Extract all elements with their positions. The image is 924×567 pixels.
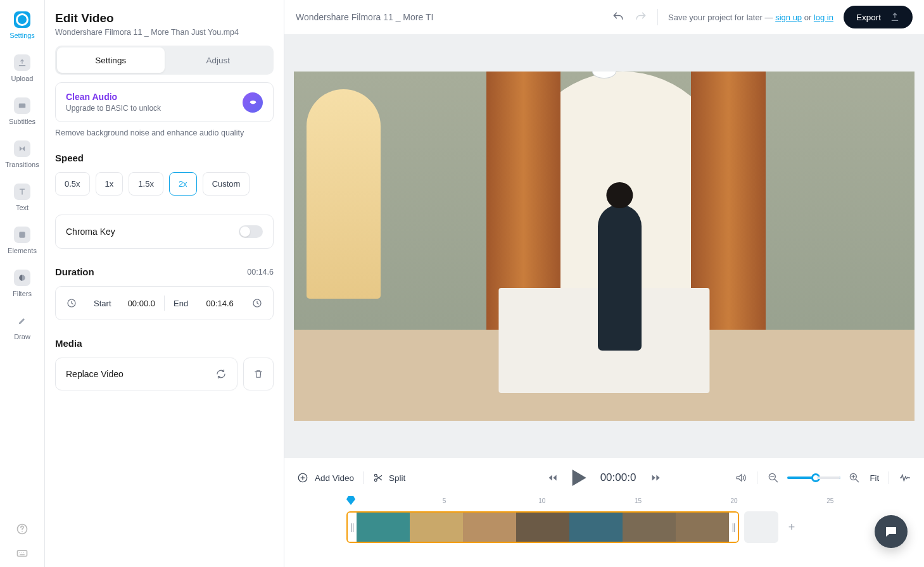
- sidebar-label: Elements: [8, 247, 37, 254]
- duration-end[interactable]: End 00:14.6: [174, 297, 263, 309]
- sidebar-item-transitions[interactable]: Transitions: [0, 135, 44, 173]
- volume-icon[interactable]: [735, 471, 747, 484]
- speed-custom[interactable]: Custom: [203, 172, 250, 196]
- add-video-button[interactable]: Add Video: [297, 472, 354, 483]
- clock-icon: [251, 297, 263, 309]
- svg-rect-4: [18, 551, 27, 556]
- speed-0.5x[interactable]: 0.5x: [55, 172, 90, 196]
- timeline-ruler[interactable]: 5 10 15 20 25: [346, 497, 911, 511]
- sidebar-item-settings[interactable]: Settings: [0, 6, 44, 44]
- speed-heading: Speed: [55, 153, 274, 163]
- undo-icon[interactable]: [612, 11, 624, 23]
- sidebar-item-subtitles[interactable]: Subtitles: [0, 92, 44, 130]
- subtitles-icon: [14, 97, 30, 114]
- delete-media-button[interactable]: [243, 358, 274, 390]
- split-button[interactable]: Split: [372, 472, 405, 483]
- video-clip[interactable]: ‖ ‖: [346, 511, 739, 543]
- waveform-icon[interactable]: [899, 471, 911, 484]
- elements-icon: [14, 227, 30, 243]
- export-label: Export: [856, 13, 881, 22]
- breadcrumb: Wondershare Filmora 11 _ More TI: [296, 12, 433, 22]
- add-video-label: Add Video: [315, 473, 354, 483]
- svg-rect-1: [19, 232, 25, 237]
- tick: 10: [538, 497, 545, 504]
- preview-stage: [284, 34, 924, 458]
- video-clip-2[interactable]: [744, 511, 778, 543]
- speed-1x[interactable]: 1x: [96, 172, 123, 196]
- svg-point-8: [374, 474, 377, 477]
- sidebar-item-draw[interactable]: Draw: [0, 308, 44, 346]
- clean-audio-desc: Remove background noise and enhance audi…: [55, 128, 274, 137]
- timecode: 00:00:0: [600, 471, 636, 484]
- main-area: Wondershare Filmora 11 _ More TI Save yo…: [284, 0, 924, 567]
- save-prompt: Save your project for later — sign up or…: [668, 13, 833, 22]
- tick: 15: [635, 497, 642, 504]
- add-clip-button[interactable]: +: [783, 519, 800, 535]
- media-heading: Media: [55, 338, 274, 349]
- settings-icon: [14, 11, 30, 28]
- panel-title: Edit Video: [55, 11, 274, 25]
- clip-handle-right[interactable]: ‖: [729, 513, 738, 542]
- skip-back-icon[interactable]: [547, 472, 559, 483]
- save-or: or: [802, 13, 814, 22]
- svg-rect-0: [19, 104, 26, 108]
- video-preview[interactable]: [294, 72, 915, 420]
- save-prefix: Save your project for later —: [668, 13, 775, 22]
- zoom-out-icon[interactable]: [767, 471, 780, 484]
- sidebar-item-filters[interactable]: Filters: [0, 265, 44, 302]
- footer: Add Video Split 00:00:0: [284, 458, 924, 567]
- upload-icon: [14, 54, 30, 71]
- panel-tabs: Settings Adjust: [55, 46, 274, 75]
- skip-forward-icon[interactable]: [650, 472, 661, 483]
- zoom-in-icon[interactable]: [848, 471, 861, 484]
- duration-start[interactable]: Start 00:00.0: [66, 297, 155, 309]
- chroma-toggle[interactable]: [239, 225, 263, 238]
- start-value: 00:00.0: [128, 299, 155, 308]
- help-icon[interactable]: [16, 523, 28, 535]
- chat-icon: [883, 524, 899, 539]
- speed-2x[interactable]: 2x: [169, 172, 197, 196]
- split-label: Split: [389, 473, 405, 483]
- clean-audio-icon: [243, 92, 263, 113]
- duration-total: 00:14.6: [247, 268, 274, 277]
- sidebar-item-upload[interactable]: Upload: [0, 49, 44, 87]
- end-label: End: [174, 299, 188, 308]
- end-value: 00:14.6: [206, 299, 233, 308]
- duration-heading-text: Duration: [55, 266, 94, 277]
- timeline: 5 10 15 20 25 ‖ ‖ +: [284, 497, 924, 567]
- duration-card: Start 00:00.0 End 00:14.6: [55, 286, 274, 320]
- trash-icon: [253, 368, 264, 380]
- export-button[interactable]: Export: [844, 6, 913, 28]
- sidebar-label: Draw: [14, 333, 30, 340]
- tick: 5: [443, 497, 446, 504]
- sidebar-label: Upload: [11, 75, 34, 82]
- text-icon: [14, 184, 30, 200]
- refresh-icon: [215, 368, 227, 380]
- sidebar: Settings Upload Subtitles Transitions Te…: [0, 0, 45, 567]
- redo-icon[interactable]: [635, 11, 647, 23]
- filters-icon: [14, 270, 30, 286]
- clean-audio-title: Clean Audio: [66, 92, 161, 102]
- clip-handle-left[interactable]: ‖: [348, 513, 357, 542]
- chat-button[interactable]: [875, 515, 908, 548]
- zoom-slider[interactable]: [787, 477, 840, 479]
- replace-video-button[interactable]: Replace Video: [55, 358, 237, 390]
- sign-up-link[interactable]: sign up: [775, 13, 802, 22]
- clean-audio-sub: Upgrade to BASIC to unlock: [66, 104, 161, 113]
- clean-audio-card[interactable]: Clean Audio Upgrade to BASIC to unlock: [55, 82, 274, 122]
- fit-button[interactable]: Fit: [870, 473, 879, 483]
- speed-1.5x[interactable]: 1.5x: [129, 172, 163, 196]
- sidebar-label: Settings: [9, 32, 35, 39]
- playhead[interactable]: [346, 496, 355, 505]
- tab-settings[interactable]: Settings: [57, 47, 165, 73]
- tab-adjust[interactable]: Adjust: [165, 47, 272, 73]
- plus-circle-icon: [297, 472, 308, 483]
- chroma-label: Chroma Key: [66, 227, 115, 237]
- keyboard-icon[interactable]: [16, 547, 28, 559]
- log-in-link[interactable]: log in: [814, 13, 833, 22]
- sidebar-item-text[interactable]: Text: [0, 178, 44, 216]
- play-button[interactable]: [573, 470, 586, 486]
- tick: 25: [826, 497, 833, 504]
- sidebar-item-elements[interactable]: Elements: [0, 221, 44, 259]
- zoom-control: [767, 471, 861, 484]
